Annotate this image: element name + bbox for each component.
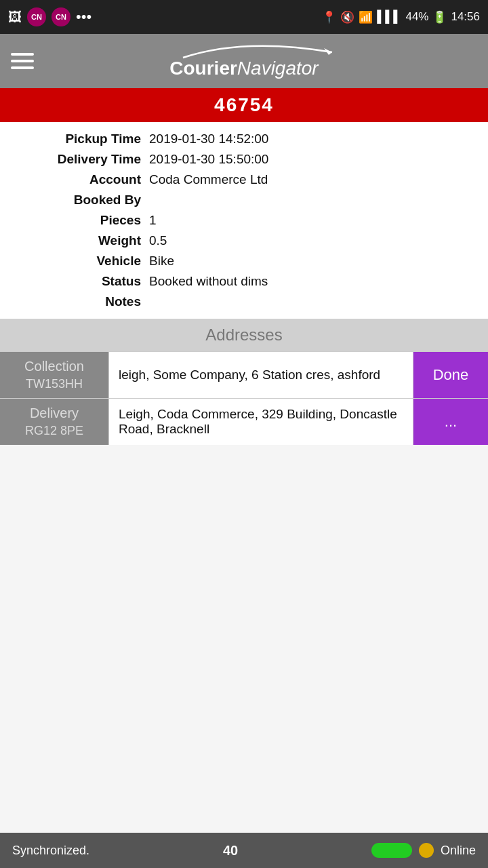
booked-by-value bbox=[149, 193, 474, 208]
detail-row-pieces: Pieces 1 bbox=[0, 210, 488, 231]
job-number: 46754 bbox=[214, 94, 274, 116]
addresses-header: Addresses bbox=[0, 319, 488, 351]
vehicle-label: Vehicle bbox=[14, 254, 149, 269]
signal-icon: ▌▌▌ bbox=[377, 10, 401, 24]
pieces-value: 1 bbox=[149, 213, 474, 228]
clock: 14:56 bbox=[451, 10, 480, 24]
collection-type-label: Collection bbox=[24, 359, 84, 374]
sync-status-text: Synchronized. bbox=[12, 844, 89, 858]
connection-bar-green bbox=[371, 843, 412, 858]
delivery-time-label: Delivery Time bbox=[14, 152, 149, 167]
bottom-bar: Synchronized. 40 Online bbox=[0, 833, 488, 868]
detail-row-booked-by: Booked By bbox=[0, 190, 488, 210]
booked-by-label: Booked By bbox=[14, 193, 149, 208]
battery-level: 44% bbox=[405, 10, 428, 24]
addresses-title: Addresses bbox=[205, 326, 282, 344]
detail-row-status: Status Booked without dims bbox=[0, 271, 488, 292]
status-bar-right: 📍 🔇 📶 ▌▌▌ 44% 🔋 14:56 bbox=[322, 10, 480, 24]
pickup-time-value: 2019-01-30 14:52:00 bbox=[149, 132, 474, 146]
collection-postcode: TW153HH bbox=[26, 377, 83, 391]
photo-icon: 🖼 bbox=[8, 9, 22, 25]
location-icon: 📍 bbox=[322, 10, 336, 24]
online-label: Online bbox=[441, 844, 476, 858]
status-bar-left: 🖼 CN CN ••• bbox=[8, 7, 92, 26]
detail-row-pickup: Pickup Time 2019-01-30 14:52:00 bbox=[0, 129, 488, 149]
detail-row-weight: Weight 0.5 bbox=[0, 231, 488, 251]
toolbar: CourierNavigator bbox=[0, 34, 488, 88]
delivery-address: Leigh, Coda Commerce, 329 Building, Donc… bbox=[108, 399, 413, 445]
delivery-row: Delivery RG12 8PE Leigh, Coda Commerce, … bbox=[0, 398, 488, 445]
weight-label: Weight bbox=[14, 233, 149, 248]
pickup-time-label: Pickup Time bbox=[14, 132, 149, 146]
collection-type-cell: Collection TW153HH bbox=[0, 352, 108, 398]
account-label: Account bbox=[14, 172, 149, 187]
delivery-action-label: ... bbox=[445, 413, 457, 431]
delivery-type-cell: Delivery RG12 8PE bbox=[0, 399, 108, 445]
delivery-time-value: 2019-01-30 15:50:00 bbox=[149, 152, 474, 167]
battery-icon: 🔋 bbox=[432, 10, 447, 24]
delivery-action-button[interactable]: ... bbox=[413, 399, 488, 445]
collection-action-label: Done bbox=[433, 366, 469, 384]
delivery-postcode: RG12 8PE bbox=[25, 424, 83, 438]
mute-icon: 🔇 bbox=[340, 10, 354, 24]
pieces-label: Pieces bbox=[14, 213, 149, 228]
hamburger-menu-button[interactable] bbox=[11, 53, 34, 69]
account-value: Coda Commerce Ltd bbox=[149, 172, 474, 187]
collection-row: Collection TW153HH leigh, Some Company, … bbox=[0, 351, 488, 398]
status-bar: 🖼 CN CN ••• 📍 🔇 📶 ▌▌▌ 44% 🔋 14:56 bbox=[0, 0, 488, 34]
detail-row-vehicle: Vehicle Bike bbox=[0, 251, 488, 271]
cn2-icon: CN bbox=[52, 7, 70, 26]
cn1-icon: CN bbox=[27, 7, 46, 26]
collection-done-button[interactable]: Done bbox=[413, 352, 488, 398]
collection-address: leigh, Some Company, 6 Station cres, ash… bbox=[108, 352, 413, 398]
vehicle-value: Bike bbox=[149, 254, 474, 269]
more-icon: ••• bbox=[76, 8, 92, 26]
notes-value bbox=[149, 294, 474, 309]
weight-value: 0.5 bbox=[149, 233, 474, 248]
status-value: Booked without dims bbox=[149, 274, 474, 289]
detail-row-account: Account Coda Commerce Ltd bbox=[0, 170, 488, 190]
job-details: Pickup Time 2019-01-30 14:52:00 Delivery… bbox=[0, 122, 488, 319]
message-count: 40 bbox=[223, 843, 238, 859]
connection-status: Online bbox=[371, 843, 476, 858]
delivery-type-label: Delivery bbox=[30, 406, 79, 421]
logo-text: CourierNavigator bbox=[169, 58, 318, 79]
status-label: Status bbox=[14, 274, 149, 289]
job-bar: 46754 bbox=[0, 88, 488, 122]
address-table: Collection TW153HH leigh, Some Company, … bbox=[0, 351, 488, 445]
wifi-icon: 📶 bbox=[359, 10, 373, 24]
detail-row-notes: Notes bbox=[0, 292, 488, 312]
logo: CourierNavigator bbox=[142, 43, 346, 79]
notes-label: Notes bbox=[14, 294, 149, 309]
detail-row-delivery-time: Delivery Time 2019-01-30 15:50:00 bbox=[0, 149, 488, 170]
connection-dot-yellow bbox=[419, 843, 434, 858]
